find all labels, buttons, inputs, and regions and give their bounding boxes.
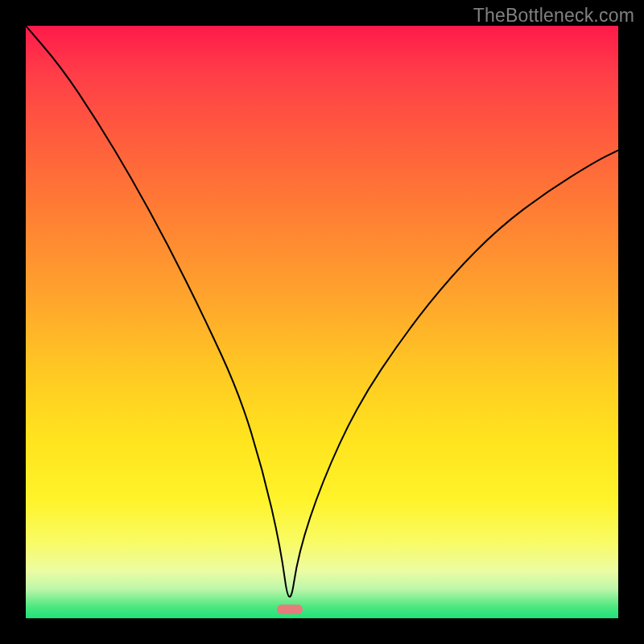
- plot-area: [26, 26, 618, 618]
- chart-frame: TheBottleneck.com: [0, 0, 644, 644]
- optimal-point-marker: [277, 605, 303, 614]
- watermark-text: TheBottleneck.com: [473, 5, 634, 27]
- bottleneck-curve-path: [26, 26, 618, 597]
- curve-svg: [26, 26, 618, 618]
